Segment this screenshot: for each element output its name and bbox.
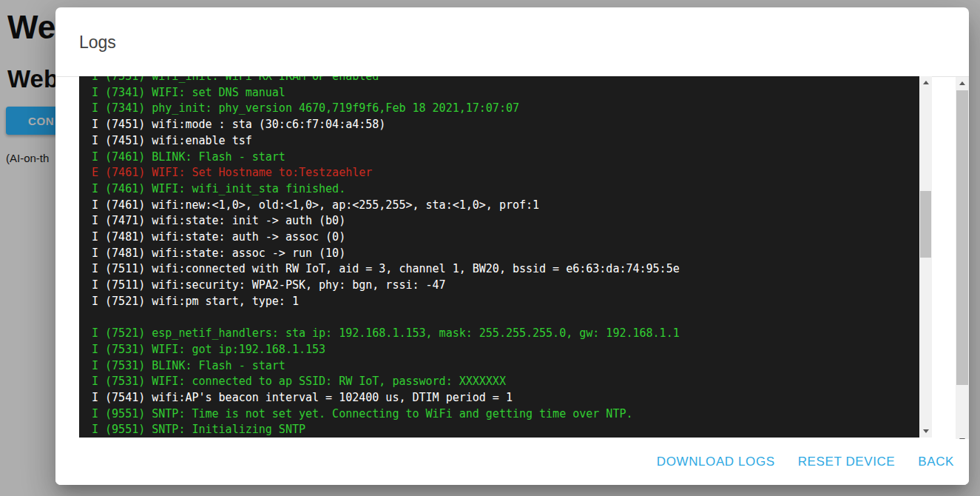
log-line: I (7451) wifi:mode : sta (30:c6:f7:04:a4… bbox=[92, 117, 919, 133]
logs-dialog: Logs I (7331) wifi_init: WiFi RX IRAM OP… bbox=[55, 7, 969, 485]
back-button[interactable]: BACK bbox=[918, 455, 954, 469]
console-scroll-up-button[interactable] bbox=[919, 76, 932, 89]
log-line: I (9551) SNTP: Initializing SNTP bbox=[92, 422, 919, 438]
log-line: I (7451) wifi:enable tsf bbox=[92, 133, 919, 150]
arrow-up-icon bbox=[959, 81, 965, 85]
log-console[interactable]: I (7331) wifi_init: WiFi RX IRAM OP enab… bbox=[79, 76, 932, 438]
console-scrollbar-thumb[interactable] bbox=[920, 191, 931, 258]
log-line: I (9551) SNTP: Time is not set yet. Conn… bbox=[92, 406, 919, 423]
log-line bbox=[92, 310, 919, 326]
log-line: I (7531) WIFI: got ip:192.168.1.153 bbox=[92, 342, 919, 358]
log-line: I (7541) wifi:AP's beacon interval = 102… bbox=[92, 390, 919, 406]
log-line: I (7341) phy_init: phy_version 4670,719f… bbox=[92, 101, 919, 117]
log-line: I (7481) wifi:state: assoc -> run (10) bbox=[92, 246, 919, 262]
log-line: I (7341) WIFI: set DNS manual bbox=[92, 85, 919, 101]
log-line: I (7481) wifi:state: auth -> assoc (0) bbox=[92, 229, 919, 246]
arrow-down-icon bbox=[923, 429, 929, 433]
log-lines: I (7331) wifi_init: WiFi RX IRAM OP enab… bbox=[79, 76, 919, 438]
arrow-up-icon bbox=[923, 81, 929, 84]
log-line: I (7471) wifi:state: init -> auth (b0) bbox=[92, 213, 919, 229]
dialog-title: Logs bbox=[79, 33, 116, 53]
console-scrollbar[interactable] bbox=[919, 76, 932, 438]
log-line: I (7511) wifi:connected with RW IoT, aid… bbox=[92, 261, 919, 278]
log-line: I (7521) esp_netif_handlers: sta ip: 192… bbox=[92, 326, 919, 342]
console-scroll-down-button[interactable] bbox=[919, 425, 932, 438]
log-line: I (7531) BLINK: Flash - start bbox=[92, 358, 919, 375]
log-line: E (7461) WIFI: Set Hostname to:Testzaehl… bbox=[92, 165, 919, 181]
log-line: I (7461) BLINK: Flash - start bbox=[92, 150, 919, 166]
dialog-scrollbar-thumb[interactable] bbox=[956, 90, 968, 385]
log-line: I (7521) wifi:pm start, type: 1 bbox=[92, 294, 919, 310]
log-line: I (7461) wifi:new:<1,0>, old:<1,0>, ap:<… bbox=[92, 198, 919, 214]
log-line: I (7461) WIFI: wifi_init_sta finished. bbox=[92, 181, 919, 198]
dialog-action-bar: DOWNLOAD LOGS RESET DEVICE BACK bbox=[55, 439, 969, 485]
dialog-scroll-up-button[interactable] bbox=[956, 77, 969, 90]
reset-device-button[interactable]: RESET DEVICE bbox=[798, 455, 896, 469]
download-logs-button[interactable]: DOWNLOAD LOGS bbox=[657, 455, 775, 469]
log-line: I (7331) wifi_init: WiFi RX IRAM OP enab… bbox=[92, 76, 919, 85]
log-line: I (7531) WIFI: connected to ap SSID: RW … bbox=[92, 374, 919, 390]
log-line: I (7511) wifi:security: WPA2-PSK, phy: b… bbox=[92, 278, 919, 294]
dialog-scrollbar[interactable] bbox=[956, 77, 969, 446]
